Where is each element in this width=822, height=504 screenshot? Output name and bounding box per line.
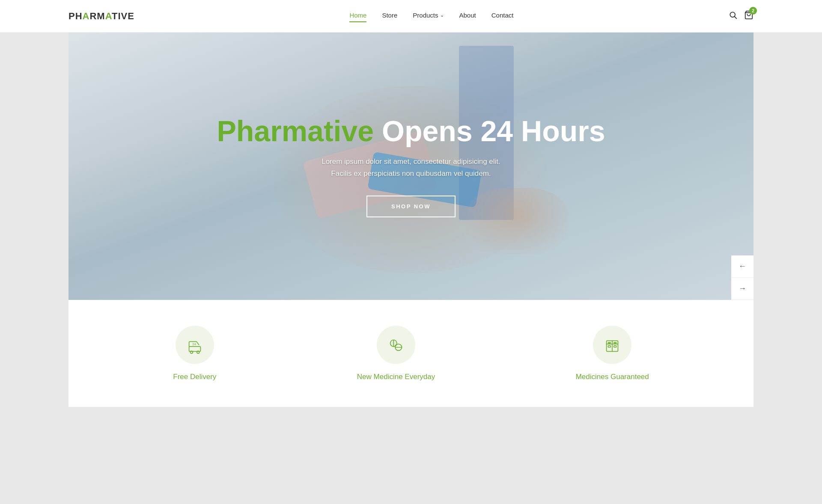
svg-rect-15 — [608, 346, 611, 347]
feature-medicine: New Medicine Everyday — [357, 326, 435, 381]
site-logo[interactable]: PHARMATIVE — [68, 11, 134, 22]
hero-title-main: Opens 24 Hours — [382, 115, 605, 147]
feature-medicine-label: New Medicine Everyday — [357, 373, 435, 381]
guaranteed-icon — [602, 335, 622, 355]
nav-store[interactable]: Store — [382, 12, 397, 21]
hero-content: Pharmative Opens 24 Hours Lorem ipsum do… — [68, 33, 754, 300]
medicine-icon-circle — [377, 326, 415, 364]
logo-a2: A — [105, 11, 112, 21]
logo-tive-text: TIVE — [112, 11, 134, 21]
hero-section: Pharmative Opens 24 Hours Lorem ipsum do… — [68, 33, 754, 300]
delivery-icon-circle: 24 — [176, 326, 214, 364]
guaranteed-icon-circle — [593, 326, 631, 364]
feature-guaranteed-label: Medicines Guaranteed — [576, 373, 649, 381]
nav-home[interactable]: Home — [349, 12, 366, 21]
main-nav: Home Store Products ⌄ About Contact — [349, 12, 513, 21]
arrow-left-icon: ← — [739, 262, 746, 271]
svg-rect-17 — [608, 342, 611, 343]
svg-text:24: 24 — [192, 342, 196, 346]
logo-rm-text: RM — [89, 11, 105, 21]
search-button[interactable] — [729, 11, 737, 21]
svg-line-1 — [735, 17, 737, 19]
arrow-right-icon: → — [739, 284, 746, 293]
features-section: 24 Free Delivery New Medicine — [68, 300, 754, 407]
hero-subtitle: Lorem ipsum dolor sit amet, consectetur … — [322, 156, 500, 181]
cart-badge: 2 — [749, 7, 757, 15]
nav-products[interactable]: Products ⌄ — [413, 12, 444, 21]
header-icons: 2 — [729, 10, 754, 22]
feature-delivery: 24 Free Delivery — [173, 326, 216, 381]
slider-prev-button[interactable]: ← — [731, 255, 754, 278]
feature-delivery-label: Free Delivery — [173, 373, 216, 381]
slider-next-button[interactable]: → — [731, 278, 754, 300]
hero-subtitle-line2: Facilis ex perspiciatis non quibusdam ve… — [331, 169, 491, 178]
nav-about[interactable]: About — [459, 12, 476, 21]
site-header: PHARMATIVE Home Store Products ⌄ About C… — [0, 0, 822, 33]
logo-a1: A — [83, 11, 90, 21]
logo-pharma-text: PH — [68, 11, 83, 21]
shop-now-button[interactable]: SHOP NOW — [366, 196, 456, 217]
hero-title: Pharmative Opens 24 Hours — [217, 115, 605, 147]
svg-point-11 — [390, 341, 397, 345]
svg-point-5 — [197, 351, 200, 353]
hero-title-green: Pharmative — [217, 115, 374, 147]
svg-rect-16 — [614, 346, 616, 347]
cart-button[interactable]: 2 — [744, 10, 754, 22]
chevron-down-icon: ⌄ — [440, 12, 444, 18]
svg-point-4 — [190, 351, 193, 353]
svg-rect-18 — [614, 342, 616, 343]
svg-rect-3 — [189, 347, 200, 352]
delivery-icon: 24 — [185, 335, 205, 355]
search-icon — [729, 11, 737, 19]
medicine-icon — [386, 335, 406, 355]
feature-guaranteed: Medicines Guaranteed — [576, 326, 649, 381]
nav-contact[interactable]: Contact — [491, 12, 514, 21]
slider-arrows: ← → — [731, 255, 754, 300]
hero-subtitle-line1: Lorem ipsum dolor sit amet, consectetur … — [322, 157, 500, 166]
